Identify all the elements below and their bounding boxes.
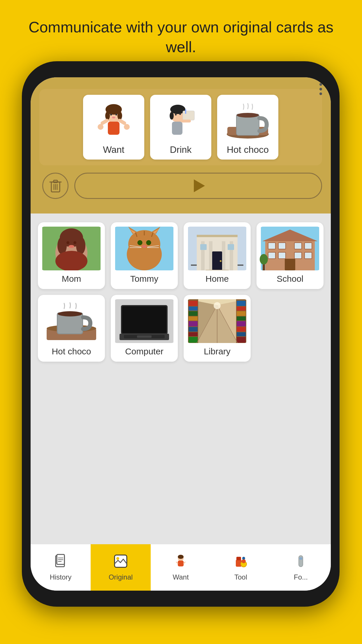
controls-row [39, 173, 322, 199]
grid-card-hotchoco2-label: Hot choco [52, 346, 91, 356]
food-icon [294, 554, 308, 571]
grid-card-hotchoco2[interactable]: Hot choco [38, 295, 105, 362]
svg-point-40 [68, 245, 74, 248]
svg-rect-97 [137, 335, 152, 338]
svg-point-5 [115, 114, 117, 116]
nav-history-label: History [50, 573, 72, 581]
svg-rect-110 [189, 337, 198, 343]
svg-rect-114 [237, 311, 246, 316]
grid-card-computer-label: Computer [125, 346, 164, 356]
svg-point-11 [124, 124, 130, 130]
tool-icon [233, 554, 248, 571]
svg-point-2 [105, 112, 110, 120]
headline: Communicate with your own original cards… [0, 18, 362, 57]
svg-point-123 [214, 302, 221, 309]
grid-card-library-label: Library [204, 346, 231, 356]
nav-original[interactable]: Original [91, 544, 151, 591]
svg-point-132 [178, 555, 184, 559]
card-drink[interactable]: Drink [150, 95, 211, 160]
svg-rect-119 [237, 337, 246, 343]
svg-point-25 [237, 113, 259, 118]
svg-rect-103 [189, 301, 198, 306]
svg-line-134 [176, 562, 178, 564]
play-icon [194, 179, 205, 192]
svg-rect-20 [181, 120, 191, 123]
grid-card-home-image [187, 227, 248, 270]
play-button[interactable] [74, 173, 322, 199]
svg-point-41 [55, 251, 87, 270]
phone-frame: Want [22, 61, 340, 607]
delete-button[interactable] [42, 173, 68, 199]
svg-point-16 [179, 113, 181, 115]
svg-rect-117 [237, 327, 246, 332]
nav-tool[interactable]: Tool [211, 544, 271, 591]
grid-card-tommy[interactable]: Tommy [111, 222, 178, 289]
svg-rect-71 [238, 265, 243, 266]
svg-rect-106 [189, 316, 198, 321]
svg-rect-17 [183, 111, 194, 120]
svg-rect-104 [189, 307, 198, 311]
svg-rect-72 [197, 235, 238, 237]
svg-rect-137 [236, 557, 241, 560]
svg-rect-143 [299, 557, 302, 560]
grid-card-computer[interactable]: Computer [111, 295, 178, 362]
grid-card-hotchoco2-image [41, 299, 102, 343]
phone-screen: Want [31, 77, 331, 591]
svg-rect-77 [278, 243, 286, 249]
nav-want-label: Want [173, 573, 189, 581]
svg-rect-68 [228, 244, 234, 250]
svg-point-39 [73, 241, 76, 244]
card-want[interactable]: Want [83, 95, 144, 160]
svg-point-38 [66, 241, 69, 244]
want-icon [173, 554, 188, 571]
grid-card-tommy-label: Tommy [130, 274, 159, 284]
svg-rect-62 [209, 241, 212, 270]
grid-card-school[interactable]: School [256, 222, 324, 289]
svg-rect-133 [178, 561, 184, 566]
svg-line-135 [184, 562, 185, 564]
svg-point-15 [175, 114, 177, 116]
selected-cards-row: Want [39, 89, 322, 165]
nav-history[interactable]: History [31, 544, 91, 591]
card-hotchoco[interactable]: Hot choco [217, 95, 278, 160]
grid-card-mom[interactable]: Mom [38, 222, 105, 289]
svg-point-66 [220, 260, 222, 262]
grid-card-home[interactable]: Home [184, 222, 251, 289]
card-want-label: Want [103, 144, 124, 155]
card-hotchoco-label: Hot choco [227, 144, 269, 155]
grid-card-mom-image [41, 227, 102, 270]
svg-rect-112 [237, 301, 246, 306]
svg-rect-94 [122, 306, 166, 333]
svg-rect-80 [268, 252, 275, 259]
svg-rect-84 [285, 259, 295, 270]
svg-rect-109 [189, 332, 198, 336]
svg-point-4 [110, 114, 112, 116]
svg-point-140 [242, 557, 245, 560]
svg-rect-107 [189, 321, 198, 326]
svg-rect-116 [237, 321, 246, 326]
svg-point-130 [116, 557, 119, 560]
svg-rect-79 [305, 243, 312, 249]
svg-rect-63 [222, 241, 225, 270]
svg-rect-7 [108, 122, 120, 135]
grid-card-computer-image [114, 299, 175, 343]
grid-card-library[interactable]: Library [184, 295, 251, 362]
nav-want[interactable]: Want [151, 544, 211, 591]
svg-rect-118 [237, 332, 246, 336]
svg-rect-115 [237, 316, 246, 321]
svg-point-3 [117, 112, 122, 120]
card-drink-label: Drink [170, 144, 192, 155]
nav-food-label: Fo... [294, 573, 308, 581]
card-want-image [90, 101, 137, 141]
card-hotchoco-image [224, 101, 271, 141]
bottom-nav: History Original [31, 544, 331, 591]
svg-rect-108 [189, 327, 198, 332]
menu-button[interactable] [319, 83, 322, 95]
original-icon [113, 554, 128, 571]
svg-rect-83 [305, 252, 312, 259]
svg-rect-67 [200, 244, 207, 250]
nav-food[interactable]: Fo... [271, 544, 331, 591]
grid-section: Mom [31, 214, 331, 544]
cards-grid: Mom [38, 222, 324, 362]
grid-card-school-image [259, 227, 321, 270]
